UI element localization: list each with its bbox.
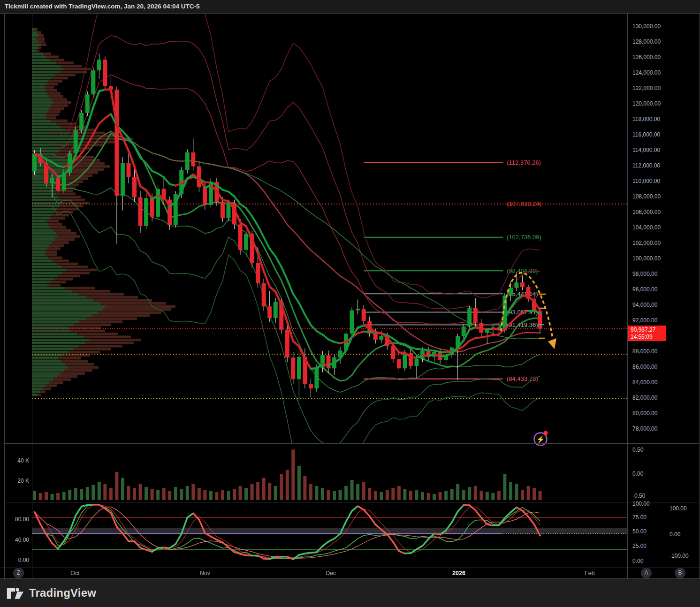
price-axis-label: 100,000.00 bbox=[632, 255, 661, 262]
price-axis-label: 104,000.00 bbox=[632, 224, 661, 231]
price-axis-label: 130,000.00 bbox=[632, 23, 661, 30]
level-label: (102,736.09) bbox=[507, 234, 541, 241]
price-axis-label: 108,000.00 bbox=[632, 193, 661, 200]
indicator-axis-label: 0.00 bbox=[632, 470, 643, 477]
volume-axis-label: 40 K bbox=[3, 457, 29, 464]
price-axis-label: 122,000.00 bbox=[632, 85, 661, 91]
indicator-axis-label: 0.50 bbox=[632, 447, 643, 453]
oscillator-far-right-axis-label: 100.00 bbox=[670, 505, 687, 512]
tradingview-logo-icon[interactable] bbox=[6, 585, 25, 600]
oscillator-axis-label: 0.00 bbox=[3, 557, 29, 563]
time-axis-label: 2026 bbox=[452, 568, 465, 578]
price-axis-label: 82,000.00 bbox=[632, 395, 657, 401]
price-axis-label: 128,000.00 bbox=[632, 38, 661, 45]
oscillator-right-axis-label: 75.00 bbox=[632, 514, 647, 521]
price-axis-label: 126,000.00 bbox=[632, 54, 661, 61]
price-axis-label: 80,000.00 bbox=[632, 410, 657, 417]
price-axis-label: 96,000.00 bbox=[632, 286, 657, 293]
tradingview-chart-window: Tickmill created with TradingView.com, J… bbox=[0, 0, 700, 607]
time-axis-label: Oct bbox=[70, 568, 79, 578]
price-axis-label: 114,000.00 bbox=[632, 147, 660, 153]
scale-b-button[interactable]: B bbox=[675, 568, 685, 578]
time-axis-label: Dec bbox=[326, 568, 336, 578]
price-axis-label: 94,000.00 bbox=[632, 302, 657, 308]
timezone-button[interactable]: Z bbox=[13, 568, 24, 578]
price-axis-label: 84,000.00 bbox=[632, 379, 657, 386]
oscillator-right-axis-label: 100.00 bbox=[632, 501, 650, 507]
tradingview-logo-text[interactable]: TradingView bbox=[29, 586, 96, 599]
oscillator-far-right-axis-label: 0.00 bbox=[670, 531, 680, 538]
oscillator-right-axis-label: 0.00 bbox=[632, 558, 643, 564]
level-label: (107,039.24) bbox=[507, 200, 541, 207]
price-axis-label: 112,000.00 bbox=[632, 162, 660, 169]
price-axis-label: 124,000.00 bbox=[632, 69, 661, 76]
oscillator-axis-label: 80.00 bbox=[3, 516, 29, 523]
price-axis-label: 110,000.00 bbox=[632, 178, 660, 184]
oscillator-right-axis-label: 50.00 bbox=[632, 528, 647, 535]
price-axis-label: 78,000.00 bbox=[632, 425, 657, 432]
price-axis-label: 120,000.00 bbox=[632, 100, 661, 107]
oscillator-axis-label: 40.00 bbox=[3, 537, 29, 543]
price-axis-label: 98,000.00 bbox=[632, 271, 657, 277]
price-axis-label: 86,000.00 bbox=[632, 364, 657, 370]
price-badge: 90,937.27 14:55:09 bbox=[628, 326, 666, 341]
footer: TradingView bbox=[0, 579, 700, 607]
price-axis-label: 116,000.00 bbox=[632, 131, 660, 138]
indicator-axis-label: -0.50 bbox=[632, 493, 645, 499]
price-axis-label: 92,000.00 bbox=[632, 317, 657, 324]
price-axis-label: 106,000.00 bbox=[632, 209, 661, 215]
oscillator-right-axis-label: 25.00 bbox=[632, 543, 647, 549]
price-badge-countdown: 14:55:09 bbox=[631, 334, 666, 341]
svg-text:⚡: ⚡ bbox=[536, 435, 545, 444]
level-label: (112,376.26) bbox=[507, 159, 541, 166]
price-axis-label: 102,000.00 bbox=[632, 240, 661, 246]
time-axis-label: Nov bbox=[200, 568, 210, 578]
price-badge-value: 90,937.27 bbox=[631, 326, 666, 334]
volume-axis-label: 20 K bbox=[3, 478, 29, 484]
price-axis-label: 88,000.00 bbox=[632, 348, 657, 355]
chart-canvas[interactable]: (112,376.26)(107,039.24)(102,736.09)(98,… bbox=[0, 0, 700, 607]
time-axis-label: Feb bbox=[585, 568, 595, 578]
price-axis-label: 118,000.00 bbox=[632, 116, 660, 122]
oscillator-far-right-axis-label: -100.00 bbox=[670, 553, 689, 559]
scale-a-button[interactable]: A bbox=[641, 568, 652, 578]
